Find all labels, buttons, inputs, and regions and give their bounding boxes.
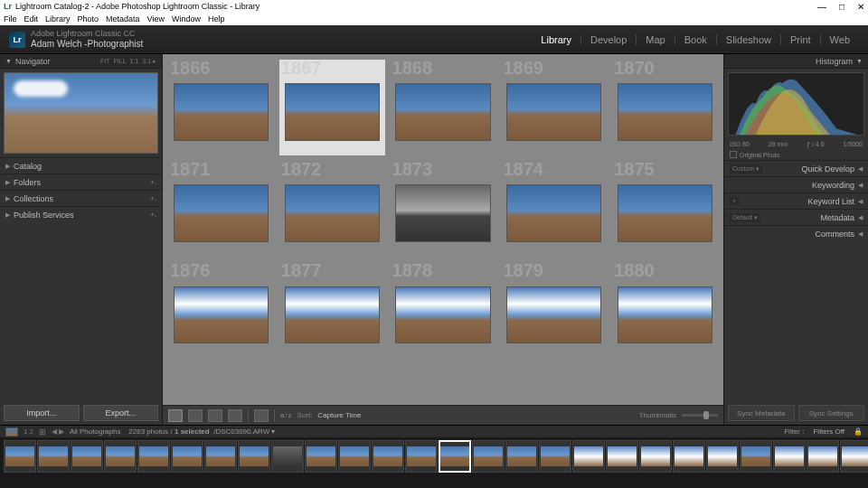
grid-cell[interactable]: 1877	[279, 262, 385, 358]
filmstrip-thumb[interactable]	[505, 440, 538, 473]
filmstrip-thumb[interactable]	[37, 440, 70, 473]
sync-settings-button[interactable]: Sync Settings	[798, 405, 865, 421]
filmstrip-thumb[interactable]	[606, 440, 638, 473]
grid-cell[interactable]: 1873	[391, 161, 496, 257]
grid-cell[interactable]: 1880	[612, 262, 718, 358]
panel-keyword-list[interactable]: +Keyword List◀	[724, 192, 868, 209]
add-icon[interactable]: +.	[150, 178, 156, 186]
menu-window[interactable]: Window	[172, 14, 201, 23]
module-web[interactable]: Web	[820, 34, 859, 45]
close-button[interactable]: ✕	[857, 2, 864, 12]
preset-dropdown[interactable]: Custom ▾	[730, 164, 762, 174]
menu-edit[interactable]: Edit	[24, 14, 39, 23]
back-forward-arrows[interactable]: ◀▶	[52, 427, 64, 436]
nav-zoom-option[interactable]: 1:1	[130, 58, 139, 65]
module-library[interactable]: Library	[532, 34, 580, 45]
menu-photo[interactable]: Photo	[78, 14, 99, 23]
panel-catalog[interactable]: ▶Catalog	[0, 157, 162, 174]
filmstrip-thumb[interactable]	[271, 440, 304, 473]
filmstrip-thumb[interactable]	[171, 440, 203, 473]
histogram-header[interactable]: Histogram ▼	[724, 54, 868, 69]
minimize-button[interactable]: —	[817, 2, 826, 12]
maximize-button[interactable]: □	[839, 2, 844, 12]
filmstrip-thumb[interactable]	[372, 440, 404, 473]
sync-metadata-button[interactable]: Sync Metadata	[728, 405, 795, 421]
grid-cell[interactable]: 1867	[279, 60, 385, 155]
add-icon[interactable]: +.	[150, 211, 156, 219]
panel-publish-services[interactable]: ▶Publish Services+.	[0, 206, 162, 222]
grid-toggle-icon[interactable]: ⊞	[39, 427, 46, 436]
grid-cell[interactable]: 1866	[168, 60, 274, 155]
module-print[interactable]: Print	[780, 34, 820, 45]
filmstrip-thumb[interactable]	[673, 440, 705, 473]
filmstrip-thumb[interactable]	[472, 440, 505, 473]
panel-keywording[interactable]: Keywording◀	[724, 176, 868, 192]
panel-metadata[interactable]: Default ▾Metadata◀	[724, 209, 868, 225]
filmstrip-thumb[interactable]	[539, 440, 571, 473]
filmstrip-thumb[interactable]	[405, 440, 438, 473]
navigator-preview[interactable]	[4, 72, 158, 154]
grid-cell[interactable]: 1875	[612, 161, 718, 257]
filmstrip-thumb[interactable]	[773, 440, 806, 473]
filmstrip-thumb[interactable]	[639, 440, 672, 473]
grid-cell[interactable]: 1879	[501, 262, 607, 358]
export-button[interactable]: Export...	[83, 405, 159, 421]
nav-zoom-option[interactable]: 3:1 ▸	[142, 58, 156, 65]
import-button[interactable]: Import...	[4, 405, 80, 421]
add-icon[interactable]: +	[730, 197, 739, 205]
navigator-zoom-options[interactable]: FITFILL1:13:1 ▸	[100, 58, 156, 65]
grid-cell[interactable]: 1878	[391, 262, 496, 358]
grid-cell[interactable]: 1871	[168, 161, 274, 257]
filmstrip-thumb[interactable]	[706, 440, 739, 473]
add-icon[interactable]: +.	[150, 194, 156, 202]
filter-lock-icon[interactable]: 🔒	[854, 427, 863, 436]
menu-metadata[interactable]: Metadata	[106, 14, 140, 23]
grid-view-icon[interactable]	[168, 409, 183, 422]
navigator-header[interactable]: ▼ Navigator FITFILL1:13:1 ▸	[0, 54, 162, 69]
filmstrip-thumb[interactable]	[204, 440, 237, 473]
preset-dropdown[interactable]: Default ▾	[730, 213, 760, 222]
grid-scroll[interactable]: 1866186718681869187018711872187318741875…	[163, 54, 723, 405]
current-file[interactable]: /DSC03690.ARW ▾	[213, 427, 275, 436]
grid-cell[interactable]: 1869	[501, 60, 607, 155]
filmstrip-thumb[interactable]	[840, 440, 868, 473]
filmstrip-thumb[interactable]	[71, 440, 103, 473]
panel-collections[interactable]: ▶Collections+.	[0, 190, 162, 206]
compare-view-icon[interactable]	[208, 409, 222, 422]
menu-help[interactable]: Help	[208, 14, 225, 23]
loupe-view-icon[interactable]	[188, 409, 203, 422]
thumbnail-size-slider[interactable]	[682, 414, 718, 417]
menu-file[interactable]: File	[4, 14, 17, 23]
nav-zoom-option[interactable]: FILL	[114, 58, 127, 65]
panel-comments[interactable]: Comments◀	[724, 225, 868, 241]
module-develop[interactable]: Develop	[580, 34, 636, 45]
painter-tool-icon[interactable]	[254, 409, 269, 422]
grid-cell[interactable]: 1870	[612, 60, 718, 155]
original-photo-row[interactable]: Original Photo	[724, 149, 868, 160]
module-book[interactable]: Book	[675, 34, 716, 45]
grid-cell[interactable]: 1876	[168, 262, 274, 358]
filmstrip-thumb[interactable]	[807, 440, 839, 473]
sort-dropdown[interactable]: Capture Time	[317, 411, 361, 419]
menu-library[interactable]: Library	[45, 14, 71, 23]
filmstrip-thumb[interactable]	[572, 440, 605, 473]
menu-view[interactable]: View	[147, 14, 165, 23]
survey-view-icon[interactable]	[228, 409, 242, 422]
nav-arrows[interactable]: 12	[24, 427, 33, 436]
filmstrip[interactable]	[0, 437, 868, 475]
module-slideshow[interactable]: Slideshow	[716, 34, 780, 45]
second-window-icon[interactable]	[5, 427, 18, 436]
filter-dropdown[interactable]: Filters Off	[809, 427, 848, 436]
grid-cell[interactable]: 1872	[279, 161, 385, 257]
identity-plate[interactable]: Adobe Lightroom Classic CC Adam Welch -P…	[31, 30, 143, 49]
filmstrip-thumb[interactable]	[238, 440, 270, 473]
panel-folders[interactable]: ▶Folders+.	[0, 174, 162, 190]
filmstrip-thumb[interactable]	[338, 440, 371, 473]
histogram-display[interactable]	[728, 72, 864, 136]
filmstrip-thumb[interactable]	[137, 440, 170, 473]
panel-quick-develop[interactable]: Custom ▾Quick Develop◀	[724, 160, 868, 176]
filmstrip-thumb[interactable]	[104, 440, 137, 473]
source-label[interactable]: All Photographs	[70, 427, 120, 436]
filmstrip-thumb[interactable]	[439, 440, 471, 473]
filmstrip-thumb[interactable]	[740, 440, 772, 473]
